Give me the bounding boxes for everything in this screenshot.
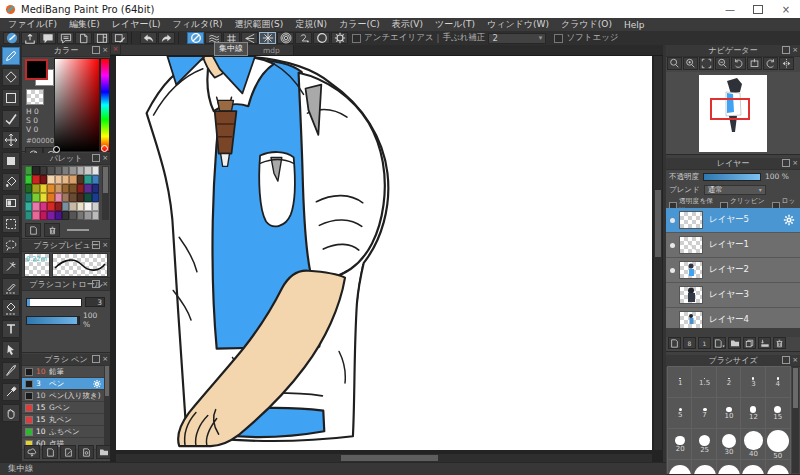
fit-screen-button[interactable] [699, 57, 714, 70]
brush-size-cell[interactable]: 5 [668, 398, 692, 429]
menu-color[interactable]: カラー(C) [333, 18, 386, 31]
brush-size-scrollbar[interactable] [792, 367, 799, 473]
message-button[interactable] [57, 32, 74, 44]
palette-swatch[interactable] [47, 211, 54, 220]
palette-swatch[interactable] [47, 193, 54, 202]
palette-swatch[interactable] [55, 184, 62, 193]
palette-swatch[interactable] [92, 184, 99, 193]
layer-row[interactable]: レイヤー5 [666, 208, 800, 233]
brush-size-cell[interactable] [717, 460, 741, 475]
palette-swatch[interactable] [84, 184, 91, 193]
select-rect-tool[interactable] [2, 215, 20, 233]
palette-swatch[interactable] [77, 211, 84, 220]
palette-swatch[interactable] [62, 211, 69, 220]
menu-cloud[interactable]: クラウド(O) [555, 18, 618, 31]
layer-visibility-toggle[interactable] [666, 218, 679, 223]
palette-swatch[interactable] [77, 166, 84, 175]
palette-swatch[interactable] [69, 211, 76, 220]
menu-view[interactable]: 表示(V) [386, 18, 429, 31]
palette-swatch[interactable] [62, 184, 69, 193]
brush-item[interactable]: 15丸ペン [22, 414, 110, 426]
magic-wand-tool[interactable] [2, 257, 20, 275]
lasso-tool[interactable] [2, 236, 20, 254]
menu-filter[interactable]: フィルタ(R) [166, 18, 228, 31]
soft-edge-checkbox[interactable] [554, 34, 563, 43]
menu-help[interactable]: Help [618, 20, 651, 30]
rotate-ccw-button[interactable] [731, 57, 746, 70]
frame-tool[interactable] [2, 89, 20, 107]
brush-size-cell[interactable]: 25 [692, 429, 716, 460]
palette-swatch[interactable] [47, 166, 54, 175]
palette-swatch[interactable] [62, 202, 69, 211]
layer-row[interactable]: レイヤー2 [666, 258, 800, 283]
palette-swatch[interactable] [55, 202, 62, 211]
close-icon[interactable]: × [102, 281, 108, 288]
palette-swatch[interactable] [25, 211, 32, 220]
add-brush-button[interactable] [42, 445, 58, 459]
palette-swatch[interactable] [25, 184, 32, 193]
brush-size-cell[interactable]: 40 [741, 429, 765, 460]
saturation-value-picker[interactable] [54, 58, 100, 152]
canvas-vertical-scrollbar[interactable] [654, 56, 662, 450]
snap-concentric-button[interactable] [277, 32, 294, 44]
transparent-color-swatch[interactable] [26, 89, 44, 105]
stabilizer-dropdown[interactable]: 2 ▾ [488, 33, 546, 44]
palette-swatch[interactable] [62, 175, 69, 184]
add-layer-menu-button[interactable] [713, 337, 726, 349]
palette-swatch[interactable] [69, 175, 76, 184]
new-palette-color-button[interactable] [25, 223, 41, 237]
layer-visibility-toggle[interactable] [666, 318, 679, 323]
popout-icon[interactable] [92, 154, 100, 162]
canvas-horizontal-scrollbar[interactable] [116, 454, 652, 462]
navigator-view-rect[interactable] [710, 98, 750, 120]
layout-edit-button[interactable] [111, 32, 128, 44]
maximize-button[interactable] [744, 0, 772, 18]
palette-swatch[interactable] [84, 193, 91, 202]
palette-swatch[interactable] [69, 202, 76, 211]
palette-swatch[interactable] [55, 166, 62, 175]
brush-size-cell[interactable]: 50 [766, 429, 790, 460]
palette-swatch[interactable] [32, 193, 39, 202]
brush-size-cell[interactable]: 4 [766, 367, 790, 398]
snap-off-button[interactable] [187, 32, 204, 44]
brush-item[interactable]: 10鉛筆 [22, 366, 110, 378]
palette-swatch[interactable] [25, 202, 32, 211]
palette-swatch[interactable] [92, 193, 99, 202]
palette-swatch[interactable] [84, 211, 91, 220]
zoom-in-button[interactable] [683, 57, 698, 70]
eraser-tool[interactable] [2, 68, 20, 86]
layer-row[interactable]: レイヤー3 [666, 283, 800, 308]
close-view-button[interactable]: × [111, 45, 120, 54]
close-icon[interactable]: × [102, 356, 108, 363]
operation-tool[interactable] [2, 341, 20, 359]
add-8bit-layer-button[interactable]: 8 [683, 337, 696, 349]
foreground-color-swatch[interactable] [25, 59, 48, 80]
brush-item[interactable]: 10ふちペン [22, 426, 110, 438]
snap-curve-button[interactable] [295, 32, 312, 44]
add-layer-button[interactable] [668, 337, 681, 349]
palette-swatch[interactable] [62, 193, 69, 202]
navigator-viewport[interactable] [666, 72, 800, 155]
divide-tool[interactable] [2, 362, 20, 380]
layer-visibility-toggle[interactable] [666, 293, 679, 298]
select-eraser-tool[interactable] [2, 299, 20, 317]
delete-layer-button[interactable] [773, 337, 786, 349]
palette-swatch[interactable] [47, 184, 54, 193]
duplicate-layer-button[interactable] [743, 337, 756, 349]
gradient-tool[interactable] [2, 194, 20, 212]
close-icon[interactable]: × [792, 160, 798, 167]
brush-item[interactable]: 15Gペン [22, 402, 110, 414]
brush-size-cell[interactable]: 20 [668, 429, 692, 460]
popout-icon[interactable] [92, 241, 100, 249]
brush-size-cell[interactable]: 12 [741, 398, 765, 429]
add-cloud-brush-button[interactable] [24, 445, 40, 459]
palette-swatch[interactable] [77, 175, 84, 184]
menu-window[interactable]: ウィンドウ(W) [481, 18, 555, 31]
palette-swatch[interactable] [32, 202, 39, 211]
layer-row[interactable]: レイヤー1 [666, 233, 800, 258]
close-icon[interactable]: × [102, 242, 108, 249]
palette-swatch[interactable] [92, 166, 99, 175]
palette-swatch[interactable] [32, 175, 39, 184]
brush-size-cell[interactable]: 15 [766, 398, 790, 429]
gear-icon[interactable] [92, 379, 102, 389]
